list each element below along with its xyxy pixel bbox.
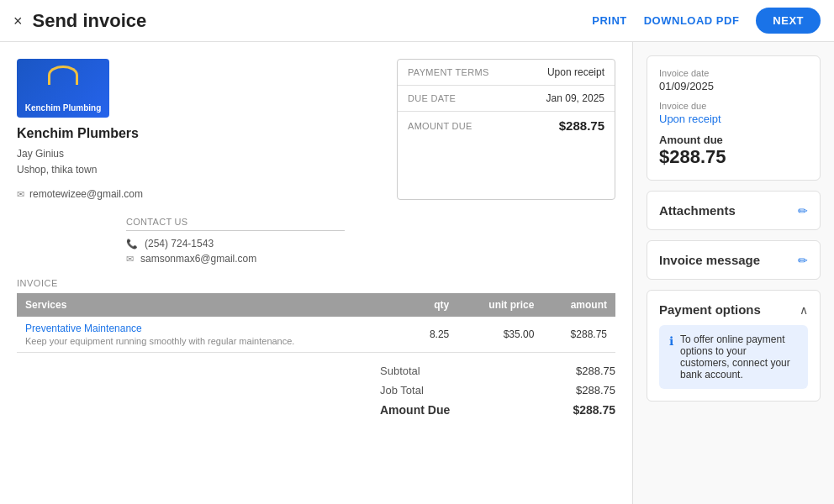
payment-terms-value: Upon receipt [547, 66, 604, 78]
main-layout: Kenchim Plumbing Kenchim Plumbers Jay Gi… [0, 42, 834, 504]
invoice-summary-card: Invoice date 01/09/2025 Invoice due Upon… [647, 55, 821, 181]
qty-cell: 8.25 [408, 317, 457, 353]
unit-price-cell: $35.00 [457, 317, 542, 353]
close-button[interactable]: × [13, 13, 23, 29]
next-button[interactable]: NEXT [756, 8, 821, 34]
amount-due-row: AMOUNT DUE $288.75 [398, 112, 615, 139]
job-total-row: Job Total $288.75 [380, 381, 615, 400]
payment-options-header: Payment options ∧ [659, 302, 808, 317]
company-address: Ushop, thika town [17, 162, 383, 178]
amount-due-value: $288.75 [559, 118, 604, 133]
company-email-row: ✉ remotewizee@gmail.com [17, 188, 383, 200]
company-logo: Kenchim Plumbing [17, 59, 109, 118]
contact-email: samsonmax6@gmail.com [140, 253, 256, 265]
subtotal-row: Subtotal $288.75 [380, 361, 615, 381]
payment-info-box: ℹ To offer online payment options to you… [659, 325, 808, 389]
service-name: Preventative Maintenance [25, 323, 399, 334]
attachments-edit-icon[interactable]: ✏ [798, 204, 808, 218]
phone-icon: 📞 [126, 239, 138, 249]
info-icon: ℹ [669, 334, 673, 381]
payment-terms-row: PAYMENT TERMS Upon receipt [398, 60, 615, 86]
download-pdf-button[interactable]: DOWNLOAD PDF [644, 14, 740, 27]
job-total-value: $288.75 [576, 384, 615, 396]
contact-email-row: ✉ samsonmax6@gmail.com [126, 253, 345, 265]
company-email: remotewizee@gmail.com [29, 188, 143, 200]
sidebar-invoice-due-label: Invoice due [659, 101, 808, 111]
attachments-header: Attachments ✏ [659, 203, 808, 218]
due-date-row: DUE DATE Jan 09, 2025 [398, 86, 615, 112]
payment-options-card: Payment options ∧ ℹ To offer online paym… [647, 290, 821, 402]
payment-info-text: To offer online payment options to your … [680, 333, 798, 381]
contact-us-label: CONTACT US [126, 217, 345, 231]
col-unit-price: unit price [457, 293, 542, 317]
amount-due-total-label: Amount Due [380, 403, 450, 417]
print-button[interactable]: PRINT [592, 14, 627, 27]
header-left: × Send invoice [13, 10, 592, 32]
subtotal-label: Subtotal [380, 365, 420, 377]
page-title: Send invoice [33, 10, 147, 32]
invoice-content: Kenchim Plumbing Kenchim Plumbers Jay Gi… [0, 42, 632, 504]
invoice-message-card[interactable]: Invoice message ✏ [647, 240, 821, 280]
subtotal-value: $288.75 [576, 365, 615, 377]
sidebar-invoice-date-label: Invoice date [659, 68, 808, 78]
payment-terms-label: PAYMENT TERMS [408, 67, 489, 77]
job-total-label: Job Total [380, 384, 424, 396]
invoice-message-title: Invoice message [659, 253, 798, 267]
contact-phone: (254) 724-1543 [145, 238, 214, 249]
col-amount: amount [542, 293, 615, 317]
email-icon: ✉ [17, 189, 24, 200]
sidebar-invoice-date-value: 01/09/2025 [659, 80, 808, 92]
invoice-table: Services qty unit price amount Preventat… [17, 293, 615, 353]
due-date-value: Jan 09, 2025 [546, 92, 604, 104]
company-info: Kenchim Plumbing Kenchim Plumbers Jay Gi… [17, 59, 383, 200]
col-services: Services [17, 293, 408, 317]
header-actions: PRINT DOWNLOAD PDF NEXT [592, 8, 821, 34]
amount-due-total-value: $288.75 [573, 403, 615, 417]
company-logo-text: Kenchim Plumbing [25, 103, 102, 113]
amount-due-total-row: Amount Due $288.75 [380, 400, 615, 420]
amount-cell: $288.75 [542, 317, 615, 353]
invoice-section-label: INVOICE [17, 278, 615, 288]
contact-phone-row: 📞 (254) 724-1543 [126, 238, 345, 249]
invoice-message-header: Invoice message ✏ [659, 253, 808, 267]
sidebar-amount-due-value: $288.75 [659, 146, 808, 168]
col-qty: qty [408, 293, 457, 317]
invoice-message-edit-icon[interactable]: ✏ [798, 254, 808, 267]
invoice-section: INVOICE Services qty unit price amount P… [17, 278, 615, 353]
attachments-card[interactable]: Attachments ✏ [647, 191, 821, 230]
sidebar-amount-due-label: Amount due [659, 134, 808, 146]
table-row: Preventative Maintenance Keep your equip… [17, 317, 615, 353]
contact-section: CONTACT US 📞 (254) 724-1543 ✉ samsonmax6… [17, 217, 615, 265]
table-header-row: Services qty unit price amount [17, 293, 615, 317]
service-description: Keep your equipment running smoothly wit… [25, 336, 399, 346]
amount-due-label: AMOUNT DUE [408, 121, 472, 131]
payment-options-title: Payment options [659, 302, 800, 317]
due-date-label: DUE DATE [408, 93, 456, 103]
company-name: Kenchim Plumbers [17, 126, 383, 141]
payment-terms-box: PAYMENT TERMS Upon receipt DUE DATE Jan … [397, 59, 615, 200]
service-cell: Preventative Maintenance Keep your equip… [17, 317, 408, 353]
chevron-up-icon[interactable]: ∧ [800, 303, 808, 317]
top-section: Kenchim Plumbing Kenchim Plumbers Jay Gi… [17, 59, 615, 200]
company-contact-name: Jay Ginius [17, 146, 383, 162]
contact-email-icon: ✉ [126, 254, 134, 265]
right-sidebar: Invoice date 01/09/2025 Invoice due Upon… [632, 42, 834, 504]
attachments-title: Attachments [659, 203, 798, 218]
sidebar-invoice-due-value: Upon receipt [659, 113, 808, 125]
totals-section: Subtotal $288.75 Job Total $288.75 Amoun… [380, 361, 615, 420]
header: × Send invoice PRINT DOWNLOAD PDF NEXT [0, 0, 834, 42]
